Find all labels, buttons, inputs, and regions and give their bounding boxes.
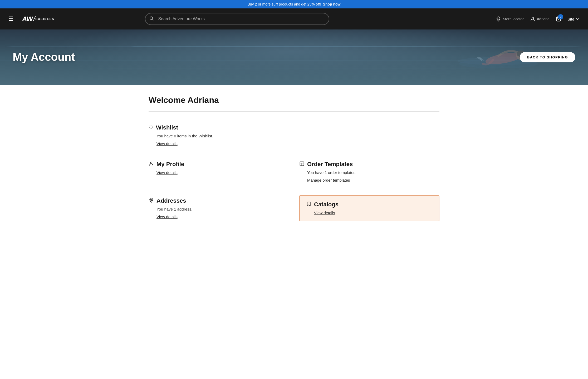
location-icon — [496, 16, 501, 22]
site-selector[interactable]: Site — [567, 17, 580, 21]
hero-content: My Account BACK TO SHOPPING — [0, 51, 588, 63]
addresses-title-row: Addresses — [149, 197, 289, 204]
logo-business-text: BUSINESS — [35, 17, 54, 21]
svg-rect-12 — [300, 162, 304, 166]
cart-badge: 0 — [558, 14, 563, 19]
svg-point-0 — [150, 17, 153, 20]
wishlist-section-container: ♡ Wishlist You have 0 items in the Wishl… — [149, 122, 439, 148]
catalogs-icon — [306, 201, 311, 208]
order-templates-section: Order Templates You have 1 order templat… — [299, 159, 439, 185]
logo[interactable]: AW/ BUSINESS — [22, 15, 54, 23]
page-title: My Account — [13, 51, 75, 63]
my-profile-section: My Profile View details — [149, 159, 289, 185]
catalogs-section: Catalogs View details — [299, 195, 439, 221]
catalogs-title: Catalogs — [314, 201, 339, 208]
site-label: Site — [567, 17, 574, 21]
svg-point-2 — [498, 18, 499, 19]
cart-wrap: 0 — [556, 16, 561, 22]
order-templates-description: You have 1 order templates. — [307, 170, 439, 175]
addresses-title: Addresses — [156, 197, 186, 204]
hamburger-menu-icon[interactable]: ☰ — [8, 16, 14, 22]
logo-aw-text: AW/ — [22, 15, 35, 23]
order-templates-icon — [299, 161, 305, 168]
welcome-heading: Welcome Adriana — [149, 95, 439, 105]
promo-link[interactable]: Shop now — [323, 2, 341, 6]
promo-banner: Buy 2 or more surf products and get 25% … — [0, 0, 588, 8]
main-content: Welcome Adriana ♡ Wishlist You have 0 it… — [136, 85, 452, 242]
wishlist-view-details-link[interactable]: View details — [156, 141, 178, 146]
svg-point-15 — [151, 199, 152, 200]
store-locator-link[interactable]: Store locator — [496, 16, 523, 22]
wishlist-icon: ♡ — [149, 124, 153, 131]
store-locator-label: Store locator — [503, 17, 523, 21]
addresses-description: You have 1 address. — [156, 207, 289, 211]
search-icon — [149, 16, 154, 22]
profile-title-row: My Profile — [149, 161, 289, 168]
user-icon — [530, 16, 535, 22]
header: ☰ AW/ BUSINESS Store locator Adriana — [0, 8, 588, 29]
wishlist-description: You have 0 items in the Wishlist. — [156, 134, 439, 138]
search-bar — [145, 13, 329, 25]
divider — [149, 111, 439, 112]
profile-title: My Profile — [156, 161, 184, 168]
addresses-section: Addresses You have 1 address. View detai… — [149, 195, 289, 221]
catalogs-title-row: Catalogs — [306, 201, 433, 208]
promo-text: Buy 2 or more surf products and get 25% … — [247, 2, 321, 6]
user-label: Adriana — [537, 17, 550, 21]
profile-orders-grid: My Profile View details Order Templates … — [149, 159, 439, 185]
wishlist-title: Wishlist — [156, 124, 178, 131]
order-templates-title: Order Templates — [307, 161, 353, 168]
svg-point-11 — [150, 162, 152, 164]
wishlist-title-row: ♡ Wishlist — [149, 124, 439, 131]
chevron-down-icon — [575, 17, 580, 21]
svg-point-3 — [532, 17, 534, 19]
addresses-catalogs-grid: Addresses You have 1 address. View detai… — [149, 195, 439, 221]
addresses-icon — [149, 198, 154, 204]
search-input[interactable] — [145, 13, 329, 25]
order-templates-manage-link[interactable]: Manage order templates — [307, 178, 350, 182]
svg-line-1 — [153, 19, 154, 20]
wishlist-section: ♡ Wishlist You have 0 items in the Wishl… — [149, 122, 439, 148]
header-actions: Store locator Adriana 0 Site — [496, 16, 580, 22]
hero-banner: My Account BACK TO SHOPPING — [0, 29, 588, 85]
profile-view-details-link[interactable]: View details — [156, 170, 178, 175]
profile-icon — [149, 161, 154, 168]
order-templates-title-row: Order Templates — [299, 161, 439, 168]
back-to-shopping-button[interactable]: BACK TO SHOPPING — [520, 52, 575, 62]
user-profile-link[interactable]: Adriana — [530, 16, 550, 22]
addresses-view-details-link[interactable]: View details — [156, 215, 178, 219]
catalogs-view-details-link[interactable]: View details — [314, 211, 335, 215]
